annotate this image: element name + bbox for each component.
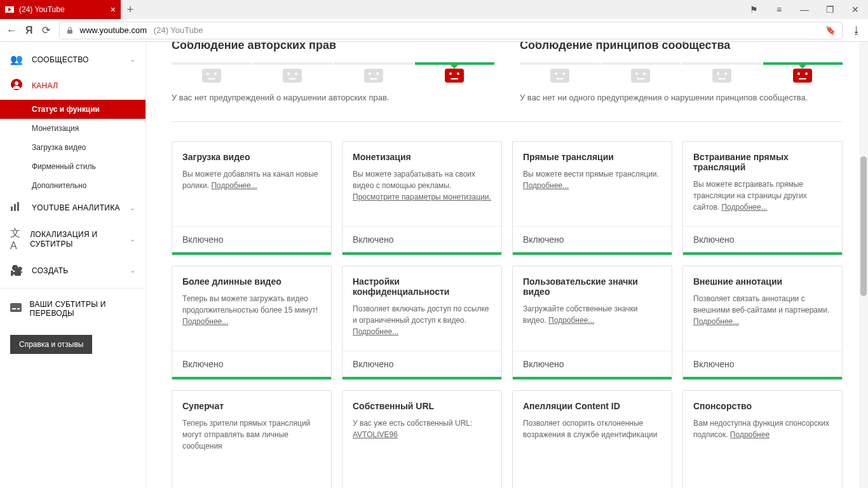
card-desc: Позволяет связать аннотации с внешними в… [693,293,832,327]
sidebar-sub-advanced[interactable]: Дополнительно [0,176,146,195]
chevron-down-icon: ⌄ [130,235,135,243]
feature-card: Прямые трансляцииВы можете вести прямые … [512,141,672,255]
card-title: Встраивание прямых трансляций [693,152,832,172]
user-circle-icon [10,78,25,93]
svg-point-2 [15,81,18,85]
copyright-status: Соблюдение авторских прав У вас нет пред… [172,42,494,102]
minimize-icon[interactable]: — [792,4,817,15]
strike-desc: У вас нет предупреждений о нарушении авт… [172,93,494,102]
card-link[interactable]: Просмотрите параметры монетизации. [353,193,491,201]
card-link[interactable]: Подробнее... [211,181,257,190]
card-status-bar [513,252,672,255]
card-link[interactable]: Подробнее... [182,317,228,326]
new-tab-button[interactable]: + [121,3,140,17]
feature-card: Внешние аннотацииПозволяет связать аннот… [682,266,843,380]
back-button[interactable]: ← [6,25,17,36]
analytics-icon [10,201,25,214]
card-status-bar [683,252,842,255]
sidebar-item-analytics[interactable]: YOUTUBE АНАЛИТИКА ⌄ [0,195,146,220]
scrollbar[interactable] [859,42,868,488]
browser-tab[interactable]: (24) YouTube × [0,0,121,19]
card-status: Включено [172,226,331,252]
sidebar-label: ВАШИ СУБТИТРЫ И ПЕРЕВОДЫ [30,300,135,318]
sidebar-item-create[interactable]: 🎥 СОЗДАТЬ ⌄ [0,258,146,283]
card-status-bar [172,377,331,379]
card-desc: Вы можете вести прямые трансляции. Подро… [523,168,661,191]
sidebar-sub-branding[interactable]: Фирменный стиль [0,157,146,176]
svg-rect-6 [10,303,22,312]
tab-close-icon[interactable]: × [111,4,116,15]
reload-button[interactable]: ⟳ [42,24,50,36]
card-link[interactable]: Подробнее... [523,181,569,190]
sidebar-sub-monetization[interactable]: Монетизация [0,119,146,138]
face-sad-icon [364,69,383,83]
strike-title: Соблюдение авторских прав [172,42,494,52]
svg-rect-4 [14,204,16,211]
subtitles-icon [10,303,24,315]
feature-card: Собственный URLУ вас уже есть собственны… [342,390,502,488]
card-link[interactable]: AVTOLIVE96 [353,430,398,439]
card-link[interactable]: Подробнее [730,430,770,439]
bookmark-icon[interactable]: 🔖 [825,25,836,35]
people-icon: 👥 [10,53,25,65]
face-sad-icon [712,69,731,83]
sidebar-item-community[interactable]: 👥 СООБЩЕСТВО ⌄ [0,47,146,72]
feature-card: СпонсорствоВам недоступна функция спонсо… [682,390,843,488]
sidebar-sub-upload[interactable]: Загрузка видео [0,138,146,157]
feature-card: СуперчатТеперь зрители прямых трансляций… [172,390,332,488]
card-title: Настройки конфиденциальности [353,276,491,297]
svg-rect-0 [67,30,72,34]
browser-titlebar: (24) YouTube × + ⚑ ≡ — ❐ ✕ [0,0,868,19]
sidebar-item-subtitles[interactable]: ВАШИ СУБТИТРЫ И ПЕРЕВОДЫ [0,294,146,325]
svg-rect-7 [12,308,16,309]
card-desc: Вы можете встраивать прямые трансляции н… [693,179,832,213]
card-status: Включено [683,226,842,252]
card-link[interactable]: Подробнее... [721,203,767,212]
chevron-down-icon: ⌄ [130,204,135,212]
card-status-bar [683,377,842,379]
card-status: Включено [342,226,501,252]
sidebar-item-channel[interactable]: КАНАЛ [0,72,146,100]
feature-cards: Загрузка видеоВы можете добавлять на кан… [172,141,843,488]
sidebar-sub-status[interactable]: Статус и функции [0,100,146,119]
feature-card: Настройки конфиденциальностиПозволяет вк… [342,266,502,380]
feedback-button[interactable]: Справка и отзывы [10,335,92,354]
download-icon[interactable]: ⭳ [851,25,862,36]
card-status-bar [342,252,501,255]
card-link[interactable]: Подробнее... [548,316,594,325]
card-title: Спонсорство [693,401,832,411]
card-status-bar [513,377,672,379]
card-desc: Вы можете зарабатывать на своих видео с … [353,168,491,203]
close-window-icon[interactable]: ✕ [843,4,868,15]
card-desc: Вы можете добавлять на канал новые ролик… [182,168,321,191]
feature-card: МонетизацияВы можете зарабатывать на сво… [342,141,502,255]
card-status-bar [172,252,331,255]
feature-card: Пользовательские значки видеоЗагружайте … [512,266,672,380]
card-desc: Позволяет оспорить отклоненные возражени… [523,417,661,440]
card-desc: Теперь зрители прямых трансляций могут о… [182,417,321,452]
card-status: Включено [172,351,331,377]
card-link[interactable]: Подробнее... [693,317,739,326]
card-title: Прямые трансляции [523,152,661,162]
card-link[interactable]: Подробнее... [353,327,398,336]
sidebar-label: СООБЩЕСТВО [32,55,89,64]
card-status-bar [342,377,501,379]
maximize-icon[interactable]: ❐ [817,4,843,15]
sidebar-label: КАНАЛ [32,81,58,90]
url-text: www.youtube.com (24) YouTube [80,25,203,35]
card-title: Монетизация [353,152,491,162]
face-sad-icon [550,69,569,83]
bookmark-flag-icon[interactable]: ⚑ [741,4,766,15]
window-controls: ⚑ ≡ — ❐ ✕ [741,4,868,15]
strike-title: Соблюдение принципов сообщества [520,42,843,52]
feature-card: Апелляции Content IDПозволяет оспорить о… [512,390,672,488]
sidebar-item-localization[interactable]: 文A ЛОКАЛИЗАЦИЯ И СУБТИТРЫ ⌄ [0,220,146,258]
menu-icon[interactable]: ≡ [766,4,792,15]
card-desc: Вам недоступна функция спонсорских подпи… [693,417,832,440]
card-title: Внешние аннотации [693,276,832,287]
chevron-down-icon: ⌄ [130,266,135,274]
card-status: Включено [513,351,672,377]
url-field[interactable]: www.youtube.com (24) YouTube 🔖 [59,22,843,39]
yandex-button[interactable]: Я [25,25,33,36]
browser-addressbar: ← Я ⟳ www.youtube.com (24) YouTube 🔖 ⭳ [0,19,868,42]
